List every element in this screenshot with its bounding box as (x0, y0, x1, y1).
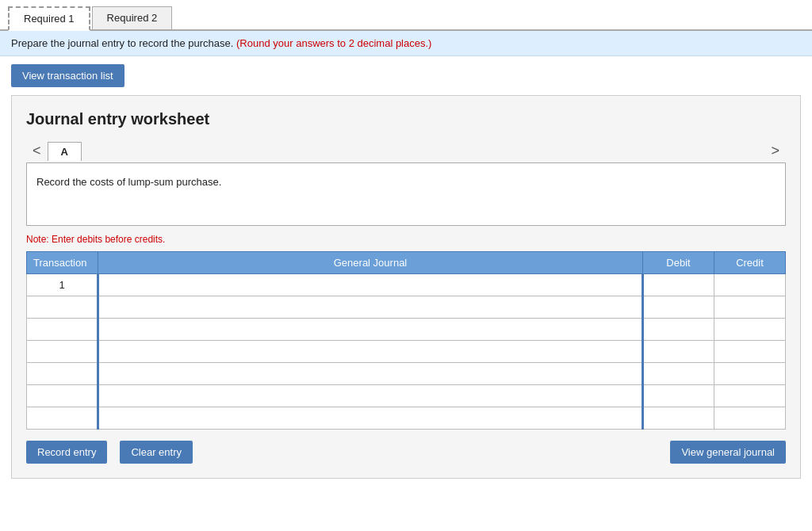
cell-credit[interactable] (714, 341, 786, 363)
instruction-highlight: (Round your answers to 2 decimal places.… (236, 37, 431, 49)
record-entry-button[interactable]: Record entry (26, 441, 107, 464)
bottom-buttons: Record entry Clear entry View general jo… (26, 441, 786, 464)
cell-debit[interactable] (643, 319, 714, 341)
worksheet-card: Journal entry worksheet < A > Record the… (11, 95, 801, 479)
input-journal[interactable] (99, 296, 642, 318)
description-text: Record the costs of lump-sum purchase. (36, 176, 221, 188)
cell-debit[interactable] (643, 274, 714, 296)
instruction-text: Prepare the journal entry to record the … (11, 37, 233, 49)
col-header-journal: General Journal (98, 252, 643, 274)
cell-credit[interactable] (714, 385, 786, 407)
input-debit[interactable] (644, 407, 714, 429)
table-row (27, 341, 786, 363)
table-row: 1 (27, 274, 786, 296)
table-row (27, 407, 786, 430)
cell-journal[interactable] (98, 274, 643, 296)
description-box: Record the costs of lump-sum purchase. (26, 162, 786, 226)
input-credit[interactable] (714, 363, 785, 384)
input-credit[interactable] (714, 407, 785, 429)
table-row (27, 363, 786, 385)
tab-required2[interactable]: Required 2 (92, 6, 173, 29)
cell-debit[interactable] (643, 363, 714, 385)
input-journal[interactable] (99, 407, 642, 429)
cell-transaction (27, 407, 98, 430)
ws-prev-button[interactable]: < (26, 139, 48, 162)
col-header-transaction: Transaction (27, 252, 98, 274)
clear-entry-button[interactable]: Clear entry (120, 441, 193, 464)
cell-credit[interactable] (714, 274, 786, 296)
toolbar: View transaction list (0, 56, 812, 95)
cell-debit[interactable] (643, 296, 714, 319)
ws-tabs-row: < A > (26, 139, 786, 162)
cell-transaction (27, 385, 98, 407)
input-journal[interactable] (99, 274, 642, 296)
cell-credit[interactable] (714, 407, 786, 430)
journal-table: Transaction General Journal Debit Credit… (26, 251, 786, 430)
note-text: Note: Enter debits before credits. (26, 234, 786, 245)
cell-credit[interactable] (714, 319, 786, 341)
table-row (27, 296, 786, 319)
table-row (27, 385, 786, 407)
instruction-bar: Prepare the journal entry to record the … (0, 31, 812, 56)
cell-journal[interactable] (98, 319, 643, 341)
input-debit[interactable] (644, 274, 714, 296)
input-debit[interactable] (644, 296, 714, 318)
input-credit[interactable] (714, 296, 785, 318)
ws-tab-a[interactable]: A (48, 142, 82, 161)
input-debit[interactable] (644, 341, 714, 362)
cell-journal[interactable] (98, 407, 643, 430)
cell-transaction (27, 341, 98, 363)
cell-journal[interactable] (98, 341, 643, 363)
cell-transaction (27, 296, 98, 319)
cell-debit[interactable] (643, 341, 714, 363)
ws-next-button[interactable]: > (764, 139, 786, 162)
cell-transaction (27, 319, 98, 341)
cell-debit[interactable] (643, 407, 714, 430)
cell-journal[interactable] (98, 296, 643, 319)
input-debit[interactable] (644, 363, 714, 384)
col-header-credit: Credit (714, 252, 786, 274)
input-debit[interactable] (644, 385, 714, 407)
worksheet-title: Journal entry worksheet (26, 110, 786, 128)
cell-debit[interactable] (643, 385, 714, 407)
cell-journal[interactable] (98, 363, 643, 385)
view-transaction-list-button[interactable]: View transaction list (11, 64, 124, 87)
input-journal[interactable] (99, 385, 642, 407)
input-credit[interactable] (714, 274, 785, 296)
input-journal[interactable] (99, 341, 642, 362)
cell-transaction: 1 (27, 274, 98, 296)
input-credit[interactable] (714, 341, 785, 362)
view-general-journal-button[interactable]: View general journal (670, 441, 786, 464)
input-credit[interactable] (714, 319, 785, 340)
input-credit[interactable] (714, 385, 785, 407)
cell-transaction (27, 363, 98, 385)
tab-required1[interactable]: Required 1 (8, 6, 90, 31)
col-header-debit: Debit (643, 252, 714, 274)
cell-credit[interactable] (714, 363, 786, 385)
cell-journal[interactable] (98, 385, 643, 407)
input-debit[interactable] (644, 319, 714, 340)
tabs-bar: Required 1 Required 2 (0, 0, 812, 31)
table-row (27, 319, 786, 341)
input-journal[interactable] (99, 319, 642, 340)
input-journal[interactable] (99, 363, 642, 384)
cell-credit[interactable] (714, 296, 786, 319)
